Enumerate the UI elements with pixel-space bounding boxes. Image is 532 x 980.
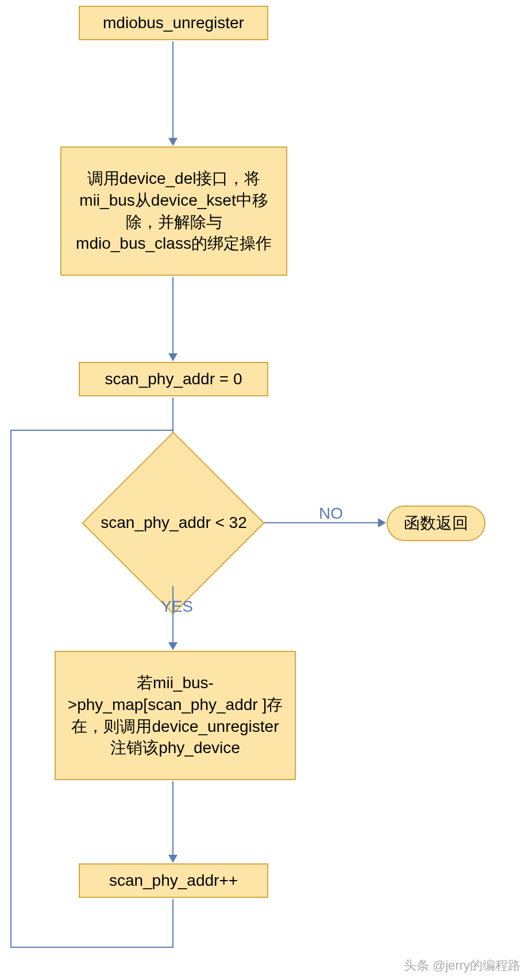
return-node: 函数返回	[387, 506, 485, 541]
watermark: 头条 @jerry的编程路	[404, 957, 521, 974]
step4-node: scan_phy_addr++	[79, 863, 268, 898]
step3-label: 若mii_bus->phy_map[scan_phy_addr ]存在，则调用d…	[64, 672, 287, 759]
arrow-head-icon	[168, 353, 178, 361]
step2-label: scan_phy_addr = 0	[105, 368, 242, 390]
step4-label: scan_phy_addr++	[109, 870, 238, 892]
yes-label: YES	[161, 597, 193, 616]
step3-node: 若mii_bus->phy_map[scan_phy_addr ]存在，则调用d…	[55, 651, 296, 780]
arrow-head-icon	[168, 642, 178, 650]
no-label: NO	[319, 504, 343, 523]
arrow-head-icon	[168, 138, 178, 146]
arrow-head-icon	[168, 855, 178, 863]
arrow-line	[172, 277, 174, 354]
arrow-line	[10, 430, 174, 431]
arrow-line	[172, 41, 174, 139]
start-node: mdiobus_unregister	[79, 6, 268, 40]
start-label: mdiobus_unregister	[103, 12, 244, 34]
arrow-line	[172, 781, 174, 856]
return-label: 函数返回	[404, 512, 468, 534]
step1-node: 调用device_del接口，将mii_bus从device_kset中移除，并…	[60, 146, 287, 276]
arrow-line	[10, 947, 174, 948]
step2-node: scan_phy_addr = 0	[79, 362, 268, 396]
arrow-line	[172, 899, 174, 948]
arrow-head-icon	[378, 518, 386, 527]
step1-label: 调用device_del接口，将mii_bus从device_kset中移除，并…	[70, 168, 278, 254]
arrow-line	[10, 430, 11, 948]
